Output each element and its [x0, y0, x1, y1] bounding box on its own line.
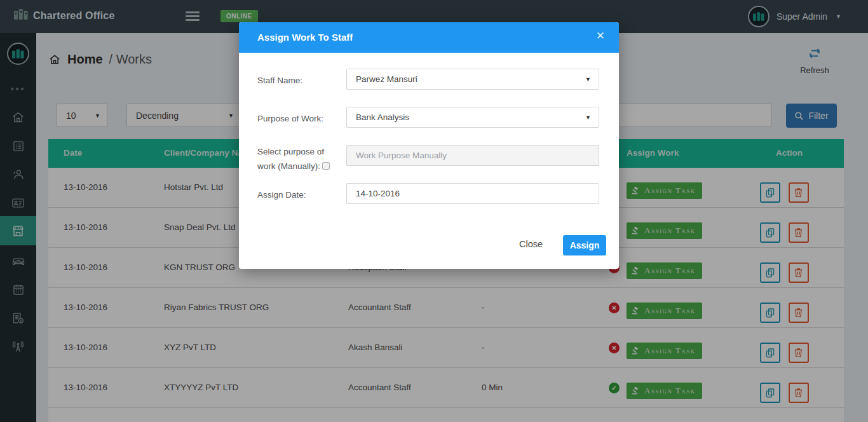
modal-title: Assign Work To Staff	[257, 32, 353, 43]
staff-name-label: Staff Name:	[257, 74, 343, 88]
purpose-value: Bank Analysis	[347, 112, 409, 122]
caret-down-icon: ▼	[585, 114, 591, 121]
close-icon[interactable]: ✕	[596, 31, 605, 41]
caret-down-icon: ▼	[585, 76, 591, 83]
close-button[interactable]: Close	[519, 239, 543, 249]
app-window: Chartered Office ONLINE Super Admin ▼	[0, 0, 868, 422]
assign-date-label: Assign Date:	[257, 188, 343, 203]
assign-date-value: 14-10-2016	[347, 189, 400, 198]
manual-purpose-checkbox[interactable]	[322, 162, 330, 170]
assign-work-modal: Assign Work To Staff ✕ Staff Name: Parwe…	[239, 22, 619, 269]
manual-purpose-label: Select purpose of work (Manually):	[257, 145, 343, 174]
assign-button[interactable]: Assign	[563, 235, 606, 255]
staff-name-value: Parwez Mansuri	[347, 74, 417, 84]
assign-date-input[interactable]: 14-10-2016	[346, 183, 599, 204]
staff-name-select[interactable]: Parwez Mansuri ▼	[346, 69, 599, 90]
purpose-label: Purpose of Work:	[257, 112, 343, 126]
manual-purpose-placeholder: Work Purpose Manually	[347, 151, 447, 160]
modal-header: Assign Work To Staff ✕	[239, 22, 619, 53]
manual-purpose-input[interactable]: Work Purpose Manually	[346, 145, 599, 166]
purpose-select[interactable]: Bank Analysis ▼	[346, 107, 599, 128]
